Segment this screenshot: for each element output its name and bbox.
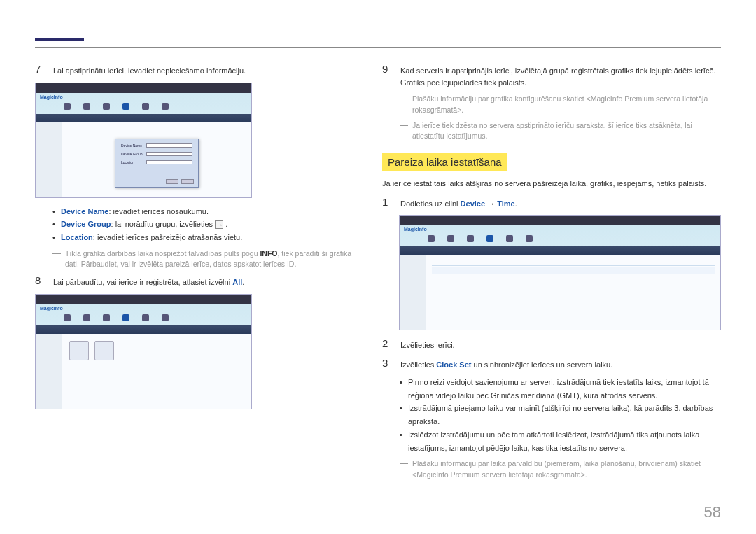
device-card (94, 341, 114, 360)
step-text: Dodieties uz cilni Device → Time. (400, 196, 721, 210)
screenshot-all-list: MagicInfo (35, 294, 252, 409)
screenshot-logo: MagicInfo (404, 227, 427, 232)
header-rule (35, 47, 721, 48)
screenshot-logo: MagicInfo (40, 306, 63, 311)
step-number: 7 (35, 63, 45, 75)
subsection-heading: Pareiza laika iestatīšana (382, 153, 507, 171)
step-text: Kad serveris ir apstiprinājis ierīci, iz… (400, 63, 721, 88)
subsection-intro: Ja ierīcē iestatītais laiks atšķiras no … (382, 178, 721, 190)
dash-icon (400, 125, 408, 126)
screenshot-device-time: MagicInfo (399, 215, 721, 330)
dlg-device-group-input (146, 152, 192, 156)
time-note-3: Izslēdzot izstrādājumu un pēc tam atkārt… (400, 428, 721, 454)
step-number: 1 (382, 196, 392, 208)
time-note-2: Izstrādājumā pieejamo laiku var mainīt (… (400, 402, 721, 428)
desc-device-group: Device Group: lai norādītu grupu, izvēli… (52, 218, 361, 231)
info-note-step7: Tīkla grafika darbības laikā nospiežot t… (52, 248, 361, 271)
step-2: 2 Izvēlieties ierīci. (382, 337, 721, 351)
screenshot-approve-dialog: MagicInfo Device Name Device Group (35, 83, 252, 198)
step-9: 9 Kad serveris ir apstiprinājis ierīci, … (382, 63, 721, 88)
step-text: Izvēlieties Clock Set un sinhronizējiet … (400, 357, 721, 371)
step-7: 7 Lai apstiprinātu ierīci, ievadiet nepi… (35, 63, 361, 77)
time-note-1: Pirmo reizi veidojot savienojumu ar serv… (400, 376, 721, 402)
note-9a: Plašāku informāciju par grafika konfigur… (400, 94, 721, 116)
browse-icon (215, 220, 223, 229)
dlg-location-input (146, 160, 192, 164)
note-9b: Ja ierīce tiek dzēsta no servera apstipr… (400, 120, 721, 143)
header-accent-bar (35, 38, 84, 41)
desc-device-name: Device Name: ievadiet ierīces nosaukumu. (52, 205, 361, 218)
two-column-layout: 7 Lai apstiprinātu ierīci, ievadiet nepi… (35, 63, 721, 485)
step-number: 9 (382, 63, 392, 75)
field-descriptions: Device Name: ievadiet ierīces nosaukumu.… (52, 205, 361, 244)
screenshot-logo: MagicInfo (40, 94, 63, 99)
dlg-ok-button (166, 179, 178, 184)
device-card (69, 341, 89, 360)
dash-icon (400, 463, 408, 464)
dash-icon (400, 99, 408, 99)
step-8: 8 Lai pārbaudītu, vai ierīce ir reģistrē… (35, 274, 361, 288)
approve-dialog: Device Name Device Group Location (115, 139, 199, 188)
step-number: 3 (382, 357, 392, 369)
left-column: 7 Lai apstiprinātu ierīci, ievadiet nepi… (35, 63, 361, 485)
step-1: 1 Dodieties uz cilni Device → Time. (382, 196, 721, 210)
page-number: 58 (704, 503, 721, 521)
time-notes: Pirmo reizi veidojot savienojumu ar serv… (400, 376, 721, 454)
dlg-cancel-button (181, 179, 194, 184)
step-text: Izvēlieties ierīci. (400, 337, 721, 351)
note-time-mgmt: Plašāku informāciju par laika pārvaldību… (400, 458, 721, 481)
step-3: 3 Izvēlieties Clock Set un sinhronizējie… (382, 357, 721, 371)
dash-icon (52, 253, 61, 254)
step-text: Lai pārbaudītu, vai ierīce ir reģistrēta… (53, 274, 361, 288)
step-number: 8 (35, 274, 45, 286)
step-text: Lai apstiprinātu ierīci, ievadiet nepiec… (53, 63, 361, 77)
step-number: 2 (382, 337, 392, 349)
desc-location: Location: ievadiet ierīces pašreizējo at… (52, 231, 361, 244)
dlg-device-name-input (146, 143, 192, 148)
right-column: 9 Kad serveris ir apstiprinājis ierīci, … (382, 63, 721, 485)
